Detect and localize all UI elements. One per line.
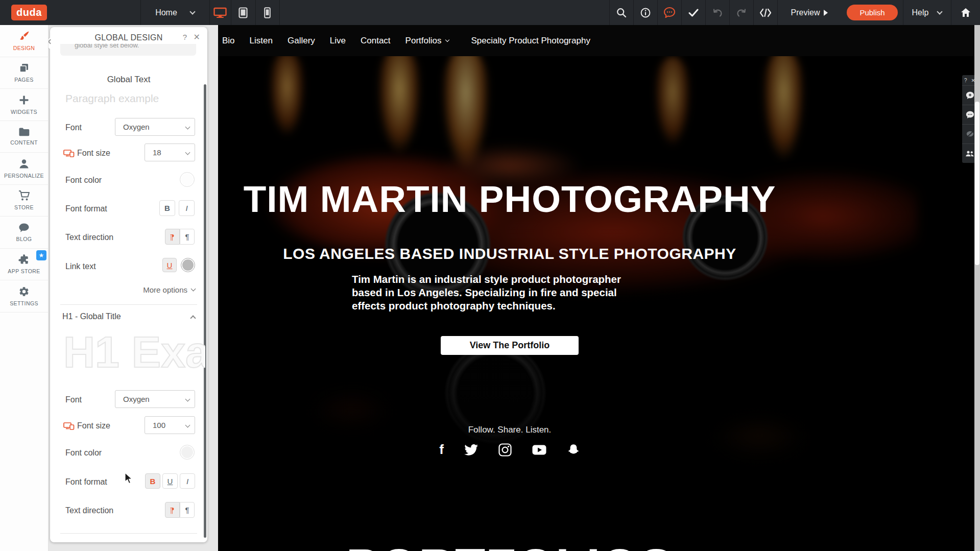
h1-font-color-swatch[interactable]: [180, 445, 195, 460]
chevron-down-icon: [445, 38, 449, 42]
sidebar-item-widgets[interactable]: WIDGETS: [0, 89, 48, 121]
more-options-link[interactable]: More options: [143, 285, 195, 294]
sidebar-item-design[interactable]: DESIGN: [0, 25, 48, 57]
site-navbar: Bio Listen Gallery Live Contact Portfoli…: [218, 25, 980, 56]
chevron-down-icon: [189, 9, 195, 14]
link-underline-button[interactable]: U: [162, 258, 177, 272]
youtube-icon[interactable]: [532, 442, 546, 458]
dashboard-home-button[interactable]: [951, 0, 980, 25]
sidebar-item-pages[interactable]: PAGES: [0, 57, 48, 89]
editor-topbar: duda Home: [0, 0, 980, 25]
global-text-heading: Global Text: [50, 75, 207, 85]
underline-glyph: U: [168, 477, 173, 486]
mobile-view-button[interactable]: [255, 0, 279, 25]
info-icon: [640, 8, 651, 18]
h1-text-direction-ltr-button[interactable]: ¶: [165, 502, 180, 518]
publish-button[interactable]: Publish: [847, 5, 898, 20]
site-subtitle[interactable]: LOS ANGELES BASED INDUSTRIAL STYLE PHOTO…: [218, 245, 801, 262]
plus-icon: [18, 94, 30, 106]
site-title[interactable]: TIM MARTIN PHOTOGRAPHY: [218, 178, 801, 220]
h1-bold-button[interactable]: B: [145, 473, 160, 489]
dev-mode-button[interactable]: [753, 0, 777, 25]
text-direction-ltr-button[interactable]: ¶: [165, 229, 180, 245]
speech-bubble-icon: [18, 223, 30, 233]
responsive-devices-icon: [63, 422, 75, 432]
people-icon: [965, 150, 974, 157]
sidebar-item-label: BLOG: [16, 236, 32, 242]
h1-underline-button[interactable]: U: [162, 473, 178, 489]
pages-icon: [18, 62, 30, 74]
font-format-label: Font format: [65, 204, 107, 213]
font-color-swatch[interactable]: [180, 172, 195, 187]
text-direction-label: Text direction: [65, 233, 113, 242]
preview-button[interactable]: Preview: [777, 0, 842, 25]
font-size-label: Font size: [77, 149, 110, 158]
sidebar-item-store[interactable]: STORE: [0, 185, 48, 217]
panel-help-button[interactable]: ?: [183, 33, 187, 41]
floating-help-button[interactable]: ?: [964, 78, 967, 83]
font-select[interactable]: Oxygen: [115, 118, 195, 136]
text-direction-rtl-button[interactable]: ¶: [180, 229, 195, 245]
link-color-swatch[interactable]: [181, 258, 195, 272]
sidebar-item-content[interactable]: CONTENT: [0, 121, 48, 153]
preview-scrollbar[interactable]: [974, 25, 980, 551]
hero-social-icons: f: [218, 442, 801, 458]
more-options-label: More options: [143, 285, 187, 294]
sidebar-item-personalize[interactable]: PERSONALIZE: [0, 153, 48, 185]
sidebar-item-app-store[interactable]: ★ APP STORE: [0, 249, 48, 281]
nav-item-gallery[interactable]: Gallery: [288, 36, 315, 46]
sidebar-item-blog[interactable]: BLOG: [0, 217, 48, 249]
site-intro-text[interactable]: Tim Martin is an industrial style produc…: [352, 273, 651, 313]
nav-item-specialty[interactable]: Specialty Product Photography: [471, 36, 590, 46]
pilcrow-ltr-icon: ¶: [170, 506, 174, 514]
tablet-icon: [238, 7, 248, 18]
feedback-button[interactable]: [657, 0, 681, 25]
page-selector-label: Home: [155, 8, 177, 17]
facebook-icon[interactable]: f: [439, 442, 444, 458]
feedback-chat-icon: [664, 7, 675, 18]
nav-item-contact[interactable]: Contact: [361, 36, 391, 46]
snapchat-icon[interactable]: [567, 442, 580, 458]
bold-glyph: B: [164, 204, 170, 212]
h1-italic-button[interactable]: I: [180, 473, 195, 489]
nav-item-live[interactable]: Live: [330, 36, 346, 46]
bold-button[interactable]: B: [159, 200, 175, 216]
view-portfolio-button[interactable]: View The Portfolio: [441, 336, 579, 355]
chevron-up-icon[interactable]: [190, 315, 196, 321]
info-button[interactable]: [633, 0, 657, 25]
portfolios-heading[interactable]: PORTFOLIOS: [218, 538, 801, 551]
panel-scrollbar[interactable]: [204, 84, 206, 538]
h1-font-size-label: Font size: [77, 421, 110, 430]
font-label: Font: [65, 123, 82, 132]
instagram-icon[interactable]: [498, 442, 512, 458]
search-button[interactable]: [609, 0, 633, 25]
page-selector[interactable]: Home: [140, 0, 209, 25]
folder-icon: [18, 127, 30, 136]
duda-logo[interactable]: duda: [11, 5, 47, 20]
font-select-value: Oxygen: [123, 123, 150, 131]
nav-item-bio[interactable]: Bio: [222, 36, 235, 46]
sidebar-item-settings[interactable]: SETTINGS: [0, 280, 48, 313]
font-size-select[interactable]: 18: [145, 143, 195, 161]
undo-button[interactable]: [705, 0, 729, 25]
h1-font-size-select[interactable]: 100: [145, 416, 195, 434]
nav-item-portfolios[interactable]: Portfolios: [405, 36, 449, 46]
nav-item-listen[interactable]: Listen: [250, 36, 273, 46]
preview-label: Preview: [791, 8, 820, 17]
italic-button[interactable]: I: [179, 200, 195, 216]
bold-glyph: B: [150, 477, 156, 486]
redo-button[interactable]: [729, 0, 753, 25]
approve-button[interactable]: [681, 0, 705, 25]
preview-scrollbar-thumb[interactable]: [975, 102, 979, 265]
chevron-down-icon: [191, 286, 196, 292]
help-menu[interactable]: Help: [903, 0, 951, 25]
tablet-view-button[interactable]: [231, 0, 255, 25]
redo-icon: [736, 8, 747, 17]
h1-font-select[interactable]: Oxygen: [115, 390, 195, 408]
twitter-icon[interactable]: [464, 442, 478, 458]
close-icon[interactable]: ✕: [194, 32, 200, 42]
sidebar-item-label: WIDGETS: [11, 109, 37, 115]
h1-text-direction-rtl-button[interactable]: ¶: [180, 502, 195, 518]
desktop-view-button[interactable]: [209, 0, 231, 25]
chevron-down-icon: [185, 150, 190, 155]
